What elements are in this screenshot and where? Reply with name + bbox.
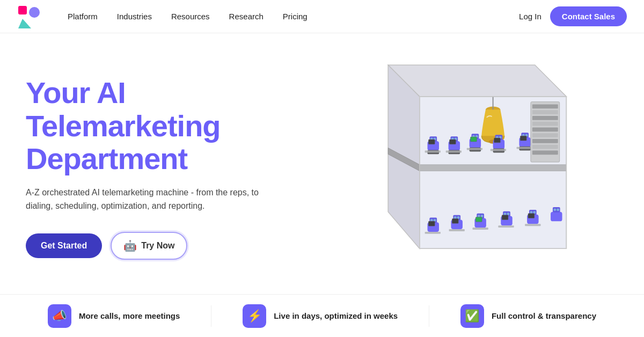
live-icon: ⚡ — [243, 304, 266, 328]
try-now-label: Try Now — [141, 241, 174, 251]
bottom-item-live: ⚡ Live in days, optimized in weeks — [243, 304, 398, 328]
factory-svg — [343, 49, 580, 275]
nav-industries[interactable]: Industries — [109, 8, 159, 25]
nav-links: Platform Industries Resources Research P… — [60, 8, 519, 25]
bottom-item-calls: 📣 More calls, more meetings — [48, 304, 180, 328]
get-started-button[interactable]: Get Started — [26, 233, 102, 258]
robot-icon: 🤖 — [123, 239, 137, 252]
navbar: Platform Industries Resources Research P… — [0, 0, 644, 33]
nav-right: Log In Contact Sales — [519, 6, 627, 26]
bottom-bar: 📣 More calls, more meetings ⚡ Live in da… — [0, 294, 644, 337]
logo[interactable] — [17, 5, 41, 28]
divider-1 — [211, 305, 211, 327]
svg-marker-1 — [18, 19, 31, 28]
nav-research[interactable]: Research — [222, 8, 271, 25]
hero-buttons: Get Started 🤖 Try Now — [26, 232, 305, 260]
nav-resources[interactable]: Resources — [164, 8, 217, 25]
login-button[interactable]: Log In — [519, 12, 541, 21]
control-text: Full control & transparency — [492, 311, 596, 320]
hero-title: Your AI Telemarketing Department — [26, 76, 305, 175]
svg-marker-95 — [420, 97, 566, 248]
contact-sales-button[interactable]: Contact Sales — [550, 6, 627, 26]
hero-image — [305, 49, 618, 275]
svg-point-2 — [29, 7, 40, 18]
control-icon: ✅ — [460, 304, 484, 328]
bottom-item-control: ✅ Full control & transparency — [460, 304, 596, 328]
calls-text: More calls, more meetings — [79, 311, 180, 320]
live-text: Live in days, optimized in weeks — [274, 311, 398, 320]
svg-rect-0 — [18, 6, 27, 14]
nav-platform[interactable]: Platform — [60, 8, 105, 25]
calls-icon: 📣 — [48, 304, 71, 328]
try-now-button[interactable]: 🤖 Try Now — [111, 232, 187, 260]
hero-subtitle: A-Z orchestrated AI telemarketing machin… — [26, 186, 273, 213]
nav-pricing[interactable]: Pricing — [275, 8, 315, 25]
hero-section: Your AI Telemarketing Department A-Z orc… — [0, 33, 644, 294]
hero-left: Your AI Telemarketing Department A-Z orc… — [26, 65, 305, 260]
divider-2 — [429, 305, 429, 327]
